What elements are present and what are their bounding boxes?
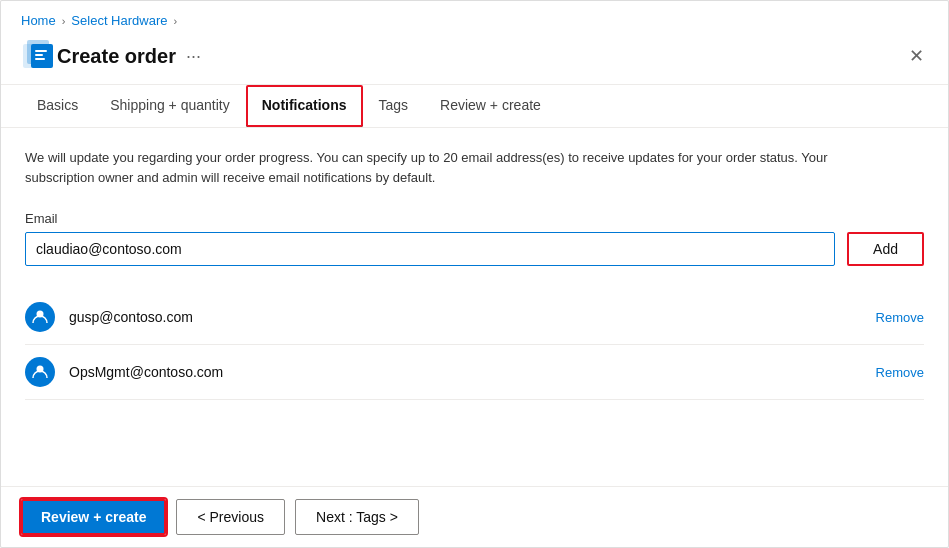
add-button[interactable]: Add	[847, 232, 924, 266]
email-item-1: OpsMgmt@contoso.com Remove	[25, 345, 924, 400]
remove-button-1[interactable]: Remove	[876, 365, 924, 380]
email-list: gusp@contoso.com Remove OpsMgmt@contoso.…	[25, 290, 924, 400]
main-window: Home › Select Hardware › Create order ··…	[0, 0, 949, 548]
avatar-1	[25, 357, 55, 387]
email-address-1: OpsMgmt@contoso.com	[69, 364, 862, 380]
svg-rect-5	[35, 58, 45, 60]
breadcrumb-home[interactable]: Home	[21, 13, 56, 28]
person-icon-0	[31, 308, 49, 326]
tab-tags[interactable]: Tags	[363, 85, 425, 127]
header-ellipsis[interactable]: ···	[186, 46, 201, 67]
email-label: Email	[25, 211, 924, 226]
tab-notifications[interactable]: Notifications	[246, 85, 363, 127]
page-header: Create order ··· ✕	[1, 28, 948, 85]
svg-rect-4	[35, 54, 43, 56]
previous-button[interactable]: < Previous	[176, 499, 285, 535]
email-item-0: gusp@contoso.com Remove	[25, 290, 924, 345]
close-button[interactable]: ✕	[905, 43, 928, 69]
review-create-button[interactable]: Review + create	[21, 499, 166, 535]
tab-shipping[interactable]: Shipping + quantity	[94, 85, 245, 127]
main-content: We will update you regarding your order …	[1, 128, 948, 486]
breadcrumb-sep-1: ›	[62, 15, 66, 27]
breadcrumb: Home › Select Hardware ›	[1, 1, 948, 28]
avatar-0	[25, 302, 55, 332]
footer: Review + create < Previous Next : Tags >	[1, 486, 948, 547]
svg-rect-3	[35, 50, 47, 52]
email-address-0: gusp@contoso.com	[69, 309, 862, 325]
order-icon	[21, 38, 57, 74]
email-input-row: Add	[25, 232, 924, 266]
tab-review[interactable]: Review + create	[424, 85, 557, 127]
page-title: Create order	[57, 45, 176, 68]
notifications-description: We will update you regarding your order …	[25, 148, 845, 187]
person-icon-1	[31, 363, 49, 381]
tab-bar: Basics Shipping + quantity Notifications…	[1, 85, 948, 128]
tab-basics[interactable]: Basics	[21, 85, 94, 127]
breadcrumb-sep-2: ›	[173, 15, 177, 27]
remove-button-0[interactable]: Remove	[876, 310, 924, 325]
next-button[interactable]: Next : Tags >	[295, 499, 419, 535]
breadcrumb-select-hardware[interactable]: Select Hardware	[71, 13, 167, 28]
email-input[interactable]	[25, 232, 835, 266]
